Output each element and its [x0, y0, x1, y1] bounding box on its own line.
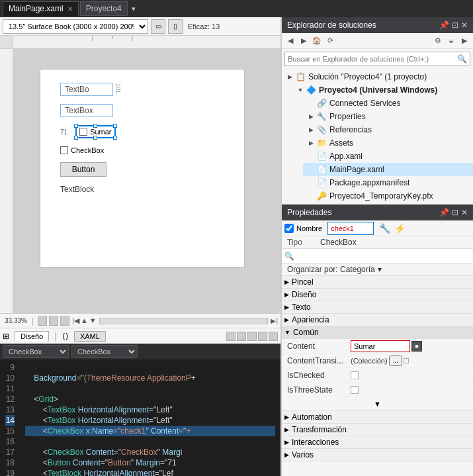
handle-tl[interactable] — [74, 124, 78, 128]
landscape-btn[interactable]: ▯ — [168, 19, 183, 34]
tree-expand-proyecto4[interactable]: ▼ — [295, 87, 306, 93]
mode-icon-4[interactable] — [258, 332, 267, 341]
mode-icon-3[interactable] — [247, 332, 257, 341]
tree-item-proyecto4[interactable]: ▼ 🔷 Proyecto4 (Universal Windows) — [292, 83, 473, 97]
prop-row-content: Content ■ — [282, 339, 473, 354]
tab-mainpage-close[interactable]: ✕ — [67, 5, 73, 13]
se-forward-btn[interactable]: ▶ — [298, 35, 310, 47]
prop-section-automation[interactable]: ▶ Automation — [282, 411, 473, 424]
selected-checkbox[interactable]: Sumar — [75, 125, 115, 138]
tab-mainpage[interactable]: MainPage.xaml ✕ — [3, 1, 79, 16]
organizar-arrow[interactable]: ▾ — [378, 265, 382, 274]
tree-item-referencias[interactable]: ▶ 📎 Referencias — [303, 123, 473, 136]
handle-bm[interactable] — [93, 136, 97, 140]
plain-chk-box — [60, 146, 68, 154]
tab-proyecto4[interactable]: Proyecto4 — [80, 1, 128, 16]
prop-section-pincel[interactable]: ▶ Pincel — [282, 276, 473, 289]
checkbox-label: Sumar — [90, 128, 111, 136]
prop-contenttransi-btn[interactable]: ... — [389, 356, 402, 366]
props-close-icon[interactable]: ✕ — [461, 208, 468, 217]
handle-tr[interactable] — [113, 124, 117, 128]
se-view-btn[interactable]: ≡ — [445, 35, 457, 47]
nav-arrow-left[interactable]: |◀ — [72, 316, 79, 325]
props-dock-icon[interactable]: ⊡ — [452, 208, 458, 217]
props-pin-icon[interactable]: 📌 — [439, 208, 449, 217]
tree-item-connected-services[interactable]: 🔗 Connected Services — [303, 97, 473, 110]
prop-isthreestate-checkbox[interactable] — [351, 386, 359, 394]
grid-icon-2[interactable] — [49, 316, 58, 326]
prop-expand-arrow[interactable]: ▼ — [374, 400, 381, 408]
nav-arrow-right[interactable]: ▶| — [271, 317, 278, 324]
xaml-mode-btn[interactable]: XAML — [74, 331, 106, 342]
se-debug-btn[interactable]: ▶ — [458, 35, 470, 47]
tree-item-appxaml[interactable]: 📄 App.xaml — [303, 150, 473, 163]
code-select-right[interactable]: CheckBox — [71, 345, 138, 358]
prop-ischecked-checkbox[interactable] — [351, 371, 359, 379]
solution-tree: ▶ 📋 Solución "Proyecto4" (1 proyecto) ▼ … — [282, 69, 473, 204]
code-panel: CheckBox CheckBox 910111213 14 151617181… — [0, 344, 280, 476]
solution-explorer-title: Explorador de soluciones — [287, 21, 439, 30]
tree-item-solution[interactable]: ▶ 📋 Solución "Proyecto4" (1 proyecto) — [282, 70, 473, 83]
design-mode-btn[interactable]: Diseño — [15, 331, 49, 341]
prop-section-apariencia[interactable]: ▶ Apariencia — [282, 314, 473, 326]
prop-section-texto[interactable]: ▶ Texto — [282, 301, 473, 314]
tree-expand-assets[interactable]: ▶ — [306, 140, 316, 146]
handle-br[interactable] — [113, 136, 117, 140]
prop-lightning-icon[interactable]: ⚡ — [394, 223, 406, 234]
solution-explorer-header-icons: 📌 ⊡ ✕ — [439, 21, 468, 30]
organizar-row[interactable]: Organizar por: Categoría ▾ — [282, 263, 473, 276]
tree-item-properties[interactable]: ▶ 🔧 Properties — [303, 110, 473, 123]
code-text[interactable]: Background="{ThemeResource ApplicationP+… — [20, 359, 280, 476]
prop-section-diseno[interactable]: ▶ Diseño — [282, 289, 473, 301]
se-pin-icon[interactable]: 📌 — [439, 21, 449, 30]
se-settings-btn[interactable]: ⚙ — [432, 35, 444, 47]
grid-icon-3[interactable] — [60, 316, 69, 326]
prop-wrench-icon[interactable]: 🔧 — [379, 223, 390, 234]
se-dock-icon[interactable]: ⊡ — [452, 21, 458, 30]
mode-icon-1[interactable] — [226, 332, 236, 341]
tabs-overflow-icon[interactable]: ▾ — [132, 5, 136, 13]
se-close-icon[interactable]: ✕ — [461, 21, 468, 30]
prop-content-square-btn[interactable]: ■ — [411, 341, 422, 352]
zoom-level[interactable]: 33,33% — [3, 317, 29, 324]
prop-checkbox[interactable] — [284, 224, 294, 233]
solution-search[interactable]: 🔍 — [284, 52, 470, 66]
handle-tm[interactable] — [93, 124, 97, 128]
prop-section-interacciones[interactable]: ▶ Interacciones — [282, 436, 473, 449]
tree-item-mainpage[interactable]: 📄 MainPage.xaml — [303, 163, 473, 176]
prop-section-transformacion[interactable]: ▶ Transformación — [282, 424, 473, 436]
prop-expand-more[interactable]: ▼ — [282, 397, 473, 411]
se-back-btn[interactable]: ◀ — [284, 35, 296, 47]
prop-section-comun[interactable]: ▼ Común — [282, 326, 473, 339]
prop-name-input[interactable] — [327, 222, 374, 235]
tree-expand-ref[interactable]: ▶ — [306, 126, 316, 133]
solution-explorer: Explorador de soluciones 📌 ⊡ ✕ ◀ ▶ 🏠 ⟳ ⚙… — [282, 17, 473, 205]
prop-section-diseno-arrow: ▶ — [284, 291, 289, 298]
tree-expand-props[interactable]: ▶ — [306, 113, 316, 120]
prop-toolbar: Nombre 🔧 ⚡ — [282, 220, 473, 236]
tree-item-package[interactable]: 📄 Package.appxmanifest — [303, 176, 473, 189]
canvas-area[interactable]: TextBo 101 TextBox 71 — [0, 36, 280, 313]
nav-arrow-down[interactable]: ▼ — [89, 316, 97, 325]
se-refresh-btn[interactable]: ⟳ — [324, 35, 336, 47]
aspect-ratio-btn[interactable]: ▭ — [151, 19, 165, 34]
tree-item-pfx[interactable]: 🔑 Proyecto4_TemporaryKey.pfx — [303, 189, 473, 203]
se-props-btn[interactable]: 🏠 — [311, 35, 323, 47]
tree-expand-solution[interactable]: ▶ — [284, 73, 295, 80]
code-content: 910111213 14 1516171819 Background="{The… — [0, 359, 280, 476]
handle-bl[interactable] — [74, 136, 78, 140]
mode-icon-2[interactable] — [237, 332, 246, 341]
device-select[interactable]: 13.5" Surface Book (3000 x 2000) 200% es… — [3, 19, 148, 34]
horizontal-scrollbar[interactable] — [99, 318, 269, 324]
mode-icon-5[interactable] — [269, 332, 278, 341]
prop-section-varios-label: Varios — [292, 450, 314, 459]
widget-button[interactable]: Button — [60, 162, 107, 177]
prop-search[interactable]: 🔍 — [282, 249, 473, 263]
prop-content-input[interactable] — [351, 340, 410, 352]
code-select-left[interactable]: CheckBox — [3, 345, 69, 358]
grid-icon-1[interactable] — [38, 316, 47, 326]
nav-arrow-up[interactable]: ▲ — [81, 316, 88, 325]
tree-item-assets[interactable]: ▶ 📁 Assets — [303, 136, 473, 150]
prop-section-varios[interactable]: ▶ Varios — [282, 449, 473, 461]
solution-search-input[interactable] — [288, 55, 457, 63]
